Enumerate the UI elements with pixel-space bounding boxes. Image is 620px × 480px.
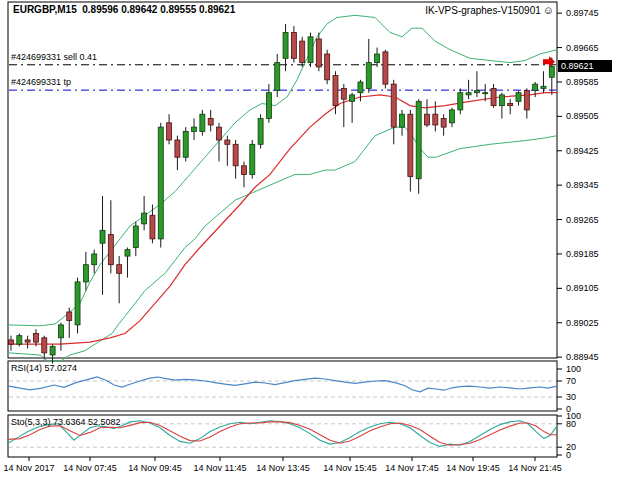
candle-body [200,114,205,131]
candle-body [150,215,155,239]
price-tick-label: 0.89025 [566,318,599,328]
watermark-text: IK-VPS-graphes-V150901 [425,5,541,16]
candle-body [466,93,471,95]
candle-body [133,226,138,247]
price-tick-label: 0.89505 [566,111,599,121]
candle-body [258,119,263,145]
candle-body [175,140,180,157]
price-tick-label: 0.89345 [566,180,599,190]
candle-body [42,338,47,353]
time-tick-label[interactable]: 14 Nov 11:45 [194,463,247,473]
candle-body [125,250,130,256]
time-tick-label[interactable]: 14 Nov 07:45 [63,463,117,473]
candle-body [67,312,72,321]
candle-body [433,114,438,125]
candle-body [158,127,163,239]
mt4-chart-window: EURGBP,M15 0.89596 0.89642 0.89555 0.896… [0,0,620,480]
smiley-icon: ☺ [543,4,554,16]
candle-body [9,340,14,344]
price-tick-label: 0.89185 [566,249,599,259]
candle-body [167,123,172,140]
time-tick-label[interactable]: 14 Nov 17:45 [385,463,439,473]
indicator-tick-label: 80 [566,419,576,429]
candle-body [225,140,230,144]
candle-body [75,282,80,325]
candle-body [266,93,271,119]
candle-body [308,37,313,63]
sell-order-label: #424699331 sell 0.41 [11,52,97,62]
indicator-tick-label: 30 [566,392,576,402]
candle-body [408,114,413,176]
candle-body [449,110,454,123]
candle-body [366,63,371,89]
rsi-label: RSI(14) 57.0274 [11,363,77,373]
candle-body [33,333,38,342]
candle-body [208,119,213,125]
candle-body [474,91,479,93]
time-tick-label[interactable]: 14 Nov 13:45 [256,463,310,473]
time-tick-label[interactable]: 14 Nov 15:45 [323,463,377,473]
price-tick-label: 0.89585 [566,77,599,87]
candle-body [283,33,288,59]
candle-body [58,325,63,338]
watermark: IK-VPS-graphes-V150901☺ [425,4,554,16]
candle-body [300,41,305,62]
time-tick-label[interactable]: 14 Nov 09:45 [128,463,182,473]
candle-body [241,166,246,175]
candle-body [541,86,546,88]
candle-body [217,127,222,140]
candle-body [316,39,321,67]
candle-body [142,213,147,224]
candle-body [325,54,330,80]
symbol-ohlc-title: EURGBP,M15 0.89596 0.89642 0.89555 0.896… [13,4,235,15]
indicator-tick-label: 0 [566,450,571,460]
candle-body [441,119,446,128]
candle-body [508,103,513,105]
candle-body [25,340,30,342]
candle-body [333,76,338,106]
indicator-tick-label: 100 [566,364,581,374]
candle-body [458,93,463,110]
candle-body [233,144,238,165]
candle-body [375,54,380,63]
candle-body [92,254,97,265]
chart-canvas[interactable] [0,0,620,480]
candle-body [358,82,363,93]
time-tick-label[interactable]: 14 Nov 2017 [3,463,54,473]
price-tick-label: 0.89265 [566,215,599,225]
candle-body [250,144,255,174]
candle-body [17,336,22,345]
candle-body [192,127,197,131]
candle-body [108,235,113,265]
price-tick-label: 0.89745 [566,8,599,18]
candle-body [83,265,88,282]
candle-body [516,93,521,102]
candle-body [499,95,504,106]
candle-body [483,93,488,94]
candle-body [350,95,355,101]
candle-body [275,63,280,91]
candle-body [50,346,55,355]
candle-body [533,84,538,90]
candle-body [341,88,346,99]
candle-body [549,66,554,77]
price-tick-label: 0.89105 [566,283,599,293]
candle-body [117,265,122,274]
tp-order-label: #424699331 tp [11,77,71,87]
candle-body [391,84,396,127]
candle-body [524,91,529,110]
candle-body [416,101,421,178]
candle-body [491,88,496,105]
price-tick-label: 0.88945 [566,352,599,362]
candle-body [400,114,405,127]
candle-body [425,114,430,125]
time-tick-label[interactable]: 14 Nov 19:45 [446,463,500,473]
time-tick-label[interactable]: 14 Nov 21:45 [508,463,562,473]
candle-body [183,131,188,157]
indicator-tick-label: 70 [566,376,576,386]
stochastic-label: Sto(5,3,3) 73.6364 52.5082 [11,417,121,427]
candle-body [291,33,296,59]
candle-body [100,230,105,243]
current-price-tag: 0.89621 [558,60,612,72]
price-tick-label: 0.89665 [566,43,599,53]
